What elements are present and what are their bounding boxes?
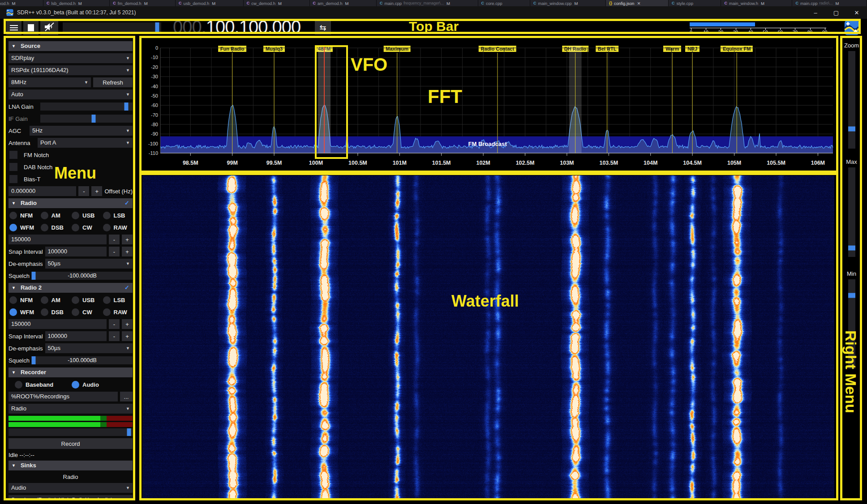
source-device-select[interactable]: RSPdx (191106DA42)▼ <box>9 65 133 75</box>
editor-tab[interactable]: Ccw_demod.hM <box>244 0 310 6</box>
recorder-section-header[interactable]: ▼Recorder <box>9 367 133 377</box>
sinks-section-header[interactable]: ▼Sinks <box>9 461 133 470</box>
snap-plus-button[interactable]: + <box>122 247 133 256</box>
min-slider[interactable] <box>848 279 855 369</box>
editor-tab[interactable]: Cfm_demod.hM <box>110 0 176 6</box>
mode-raw-radio[interactable]: RAW <box>103 224 132 231</box>
bandwidth-minus-button[interactable]: - <box>109 319 120 329</box>
editor-tab[interactable]: Cmain_window.cppM <box>530 0 606 6</box>
antenna-select[interactable]: Port A▼ <box>38 138 133 148</box>
source-section-header[interactable]: ▼Source <box>9 41 133 51</box>
radio-bandwidth-input[interactable]: 150000 <box>9 319 107 329</box>
mode-raw-radio[interactable]: RAW <box>103 308 132 316</box>
sink-type-select[interactable]: Audio▼ <box>9 483 133 493</box>
squelch-slider[interactable]: -100.000dB <box>32 356 133 364</box>
editor-tab[interactable]: Cdemod.hM <box>0 0 43 6</box>
mode-wfm-radio[interactable]: WFM <box>9 224 39 231</box>
fm-notch-checkbox[interactable]: FM Notch <box>9 150 133 160</box>
stop-button[interactable] <box>23 21 39 35</box>
deemphasis-select[interactable]: 50µs▼ <box>45 259 133 269</box>
mode-cw-radio[interactable]: CW <box>72 308 101 316</box>
record-button[interactable]: Record <box>9 438 133 449</box>
fft-spectrum[interactable]: 0-10-20-30-40-50-60-70-80-90-100-11098.5… <box>140 38 837 173</box>
svg-text:102.5M: 102.5M <box>516 160 535 166</box>
snap-plus-button[interactable]: + <box>122 331 133 341</box>
menu-hamburger-button[interactable] <box>6 21 21 35</box>
radio-bandwidth-input[interactable]: 150000 <box>9 235 107 244</box>
mode-dsb-radio[interactable]: DSB <box>41 224 70 231</box>
close-button[interactable]: ✕ <box>846 6 867 19</box>
modified-marker: M <box>12 1 15 6</box>
checkbox-icon <box>9 175 17 183</box>
editor-tab[interactable]: Ccore.cpp <box>478 0 530 6</box>
maximize-button[interactable]: ▢ <box>826 6 846 19</box>
recordings-path-input[interactable]: %ROOT%/Recordings <box>9 392 118 401</box>
browse-button[interactable]: ... <box>120 392 133 401</box>
offset-input[interactable]: 0.000000 <box>9 186 76 196</box>
zoom-slider[interactable] <box>848 51 855 149</box>
bandwidth-select[interactable]: 8MHz▼ <box>9 77 91 87</box>
mode-wfm-radio[interactable]: WFM <box>9 308 39 316</box>
fft-display[interactable]: Fun RadioMusiq348FMMaximumRadio ContactD… <box>140 38 837 173</box>
editor-tab[interactable]: Cstyle.cpp <box>669 0 721 6</box>
squelch-slider[interactable]: -100.000dB <box>32 272 133 280</box>
mode-nfm-radio[interactable]: NFM <box>9 212 39 219</box>
offset-minus-button[interactable]: - <box>78 186 89 196</box>
max-slider[interactable] <box>848 167 855 257</box>
mode-lsb-radio[interactable]: LSB <box>103 212 132 219</box>
snap-interval-input[interactable]: 100000 <box>45 331 107 341</box>
minimize-button[interactable]: – <box>805 6 826 19</box>
lna-gain-slider[interactable] <box>40 103 133 111</box>
mode-am-radio[interactable]: AM <box>41 296 70 304</box>
sink-device-select[interactable]: Speakers (Realtek High Definition Audio)… <box>9 495 133 500</box>
recorder-stream-select[interactable]: Radio▼ <box>9 404 133 414</box>
if-gain-slider[interactable] <box>40 115 133 123</box>
waterfall[interactable] <box>142 175 834 499</box>
agc-mode-select[interactable]: Auto▼ <box>9 90 133 99</box>
mode-lsb-radio[interactable]: LSB <box>103 296 132 304</box>
recorder-baseband-radio[interactable]: Baseband <box>15 381 69 389</box>
source-driver-select[interactable]: SDRplay▼ <box>9 53 133 63</box>
editor-tab[interactable]: Cam_demod.hM <box>310 0 377 6</box>
deemphasis-select[interactable]: 50µs▼ <box>45 343 133 353</box>
offset-label: Offset (Hz) <box>104 188 133 195</box>
mode-nfm-radio[interactable]: NFM <box>9 296 39 304</box>
tab-close-icon[interactable]: ✕ <box>637 1 640 6</box>
mode-usb-radio[interactable]: USB <box>72 212 101 219</box>
offset-plus-button[interactable]: + <box>91 186 102 196</box>
snap-minus-button[interactable]: - <box>109 247 120 256</box>
radio-dot-icon <box>103 308 111 316</box>
snr-scale-label: 50 <box>763 30 768 35</box>
frequency-display[interactable]: 000.100.100.000 <box>173 17 300 37</box>
recorder-volume-slider[interactable] <box>9 428 133 436</box>
mode-cw-radio[interactable]: CW <box>72 224 101 231</box>
snap-minus-button[interactable]: - <box>109 331 120 341</box>
dab-notch-checkbox[interactable]: DAB Notch <box>9 162 133 172</box>
agc-rate-select[interactable]: 5Hz▼ <box>30 126 133 136</box>
editor-tab[interactable]: Cusb_demod.hM <box>176 0 244 6</box>
swap-iq-button[interactable]: ⇆ <box>315 21 331 34</box>
bias-t-checkbox[interactable]: Bias-T <box>9 174 133 184</box>
modified-marker: M <box>345 1 348 6</box>
svg-text:99.5M: 99.5M <box>266 160 282 166</box>
snap-interval-input[interactable]: 100000 <box>45 247 107 256</box>
editor-tab[interactable]: Cmain_window.hM <box>721 0 792 6</box>
refresh-button[interactable]: Refresh <box>93 77 133 87</box>
editor-tab-strip[interactable]: Cdemod.hMClsb_demod.hMCfm_demod.hMCusb_d… <box>0 0 867 6</box>
radio2-section-header[interactable]: ▼Radio 2✓ <box>9 283 133 293</box>
editor-tab[interactable]: Clsb_demod.hM <box>43 0 110 6</box>
editor-tab[interactable]: Cmain.cppradio\...M <box>792 0 867 6</box>
mode-dsb-radio[interactable]: DSB <box>41 308 70 316</box>
bandwidth-plus-button[interactable]: + <box>122 319 133 329</box>
editor-tab[interactable]: {}config.json✕ <box>606 0 669 6</box>
editor-tab[interactable]: Cmain.cppfrequency_manager\...M <box>377 0 478 6</box>
right-menu-panel: Zoom Max Min <box>842 38 861 500</box>
mode-am-radio[interactable]: AM <box>41 212 70 219</box>
bandwidth-plus-button[interactable]: + <box>122 235 133 244</box>
mode-usb-radio[interactable]: USB <box>72 296 101 304</box>
bandwidth-minus-button[interactable]: - <box>109 235 120 244</box>
radio-section-header[interactable]: ▼Radio✓ <box>9 198 133 208</box>
volume-slider[interactable] <box>63 22 161 33</box>
mute-button[interactable] <box>40 21 58 35</box>
recorder-audio-radio[interactable]: Audio <box>72 381 126 389</box>
